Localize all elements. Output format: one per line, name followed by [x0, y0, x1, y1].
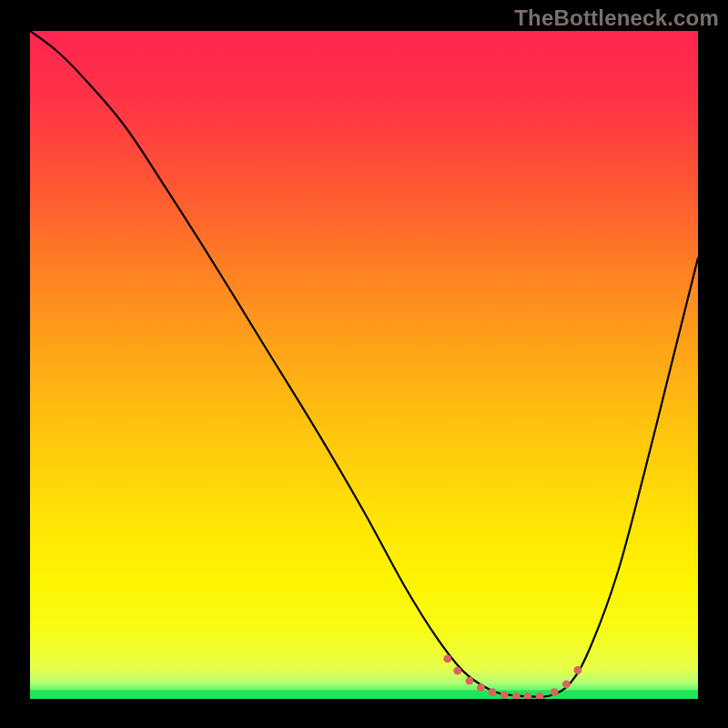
highlight-dot — [500, 691, 509, 699]
svg-rect-0 — [30, 690, 698, 699]
attribution-text: TheBottleneck.com — [514, 5, 719, 31]
highlight-dot — [466, 677, 474, 685]
highlight-dot — [573, 666, 581, 674]
highlight-dot — [489, 688, 497, 696]
highlight-dot — [551, 688, 559, 696]
highlight-dot — [443, 655, 451, 663]
gradient-background — [30, 31, 698, 699]
highlight-dot — [453, 667, 461, 675]
green-floor-band — [30, 690, 698, 699]
highlight-dot — [477, 683, 485, 692]
bottleneck-chart — [30, 31, 698, 699]
highlight-dot — [562, 680, 571, 688]
